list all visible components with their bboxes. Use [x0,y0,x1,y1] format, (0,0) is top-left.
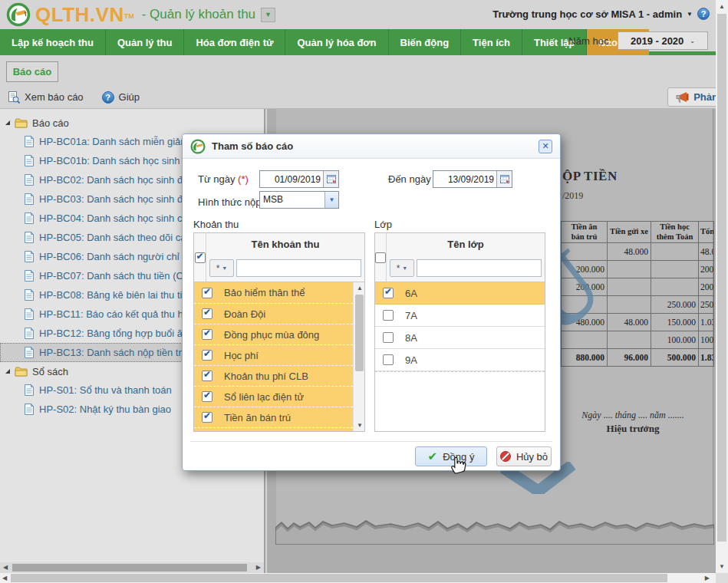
class-select-all-checkbox[interactable] [375,252,386,263]
tree-expand-icon[interactable] [5,369,10,374]
report-cell: 48.0 [699,243,714,261]
scrollbar-thumb[interactable] [717,14,726,542]
nav-tab-2[interactable]: Hóa đơn điện tử [184,29,285,55]
calendar-icon[interactable] [496,171,512,187]
fee-filter-input[interactable] [236,259,361,277]
class-list: 6A 7A 8A 9A [375,282,545,431]
class-filter-input[interactable] [417,259,542,277]
report-doc-icon [25,384,34,396]
row-label: 6A [401,288,417,299]
payment-method-combo[interactable]: MSB ▼ [259,191,339,209]
list-row[interactable]: Khoản thu phí CLB [194,365,353,386]
scroll-right-icon[interactable]: ▶ [705,575,710,581]
list-row[interactable]: 9A [375,349,545,371]
row-checkbox[interactable] [202,308,212,319]
report-doc-icon [25,155,34,166]
fee-column-header: Tên khoản thu [206,233,364,255]
list-row[interactable] [194,427,353,431]
report-col-header: Tổng [699,222,714,243]
report-toolbar: Xem báo cáo ? Giúp Phản [0,86,728,109]
list-row[interactable]: Sổ liên lạc điện tử [194,386,353,407]
nav-tab-1[interactable]: Quản lý thu [106,29,185,55]
row-checkbox[interactable] [202,412,212,423]
list-row[interactable]: Bảo hiểm thân thể [194,282,353,303]
nav-tab-5[interactable]: Tiện ích [461,29,522,55]
app-header: QLTH.VNTM - Quản lý khoản thu ▼ Trường t… [0,0,728,29]
dialog-logo-icon [190,139,206,154]
cancel-button[interactable]: Hủy bỏ [496,446,552,466]
nav-tab-0[interactable]: Lập kế hoạch thu [0,29,106,55]
tab-bao-cao[interactable]: Báo cáo [6,61,58,82]
row-checkbox[interactable] [202,391,212,402]
report-doc-icon [25,308,34,320]
horizontal-scrollbar[interactable]: ◀ ▶ [0,573,716,583]
to-date-input[interactable] [433,171,496,187]
row-checkbox[interactable] [383,310,394,321]
header-help-icon[interactable]: ? [697,8,710,20]
nav-tab-3[interactable]: Quản lý hóa đơn [285,29,388,55]
list-row[interactable]: 7A [375,305,545,327]
scroll-left-icon[interactable]: ◀ [3,564,8,571]
tree-item-label: HP-BC03: Danh sách học sinh đã n [39,193,196,205]
list-row[interactable]: Đoàn Đội [194,303,353,324]
scroll-up-icon[interactable]: ▲ [719,3,725,10]
row-checkbox[interactable] [383,354,394,365]
school-year-value: 2019 - 2020 [631,35,684,47]
row-checkbox[interactable] [383,288,394,298]
payment-method-value: MSB [260,192,324,208]
fee-section-label: Khoản thu [193,219,239,230]
tree-folder[interactable]: Báo cáo [0,114,264,132]
scroll-up-icon[interactable]: ▲ [357,285,363,292]
from-date-field[interactable] [259,170,339,188]
list-row[interactable]: 8A [375,327,545,349]
tree-horizontal-scrollbar[interactable]: ◀ ▶ [0,562,264,573]
help-button[interactable]: ? Giúp [102,91,140,104]
list-row[interactable]: Học phí [194,344,353,365]
tree-item-label: HP-BC05: Danh sách theo dõi các [39,232,191,243]
list-row[interactable]: 6A [375,282,545,305]
chevron-down-icon[interactable]: ▼ [324,192,338,208]
scrollbar-thumb[interactable] [11,574,667,582]
scroll-right-icon[interactable]: ▶ [256,564,261,571]
tree-item-label: HP-BC01b: Danh sách học sinh đư [39,155,195,166]
list-row[interactable]: Đồng phục mùa đông [194,324,353,344]
to-date-field[interactable] [433,170,512,188]
row-checkbox[interactable] [383,332,394,343]
row-checkbox[interactable] [202,350,212,361]
scroll-left-icon[interactable]: ◀ [2,575,7,581]
class-filter-button[interactable]: *▼ [390,259,414,277]
report-cell [651,278,699,296]
fee-filter-button[interactable]: *▼ [209,259,234,277]
account-menu[interactable]: Trường trung học cơ sở MISA 1 - admin ▼ … [492,8,710,20]
scrollbar-thumb[interactable] [12,564,247,571]
view-report-icon [8,91,20,104]
nav-tab-4[interactable]: Biến động [389,29,462,55]
list-row[interactable]: Tiền ăn bán trú [194,407,353,427]
tree-expand-icon[interactable] [5,120,10,125]
row-checkbox[interactable] [202,288,212,298]
torn-page-edge [275,514,714,545]
dialog-separator [190,441,552,442]
school-year-select[interactable]: 2019 - 2020 ⌄ [618,31,708,50]
module-dropdown-icon[interactable]: ▼ [261,8,275,22]
account-name: Trường trung học cơ sở MISA 1 - admin [492,8,682,20]
row-checkbox[interactable] [202,371,212,381]
tree-item-label: HP-BC13: Danh sách nộp tiền trực [39,347,193,358]
mouse-hand-cursor [448,454,468,474]
row-checkbox[interactable] [202,329,212,340]
school-year-cluster: Năm học: 2019 - 2020 ⌄ [568,31,708,50]
chevron-down-icon: ▼ [222,265,227,271]
scroll-down-icon[interactable]: ▼ [719,563,725,570]
scroll-down-icon[interactable]: ▼ [357,422,363,429]
vertical-scrollbar[interactable]: ▲ ▼ [716,0,728,573]
view-report-button[interactable]: Xem báo cáo [8,91,84,104]
dialog-titlebar[interactable]: Tham số báo cáo ✕ [183,134,560,159]
from-date-input[interactable] [260,171,323,187]
tree-item-label: HP-BC07: Danh sách thu tiền (Chi [39,270,191,282]
scrollbar-thumb[interactable] [355,295,364,371]
calendar-icon[interactable] [323,171,338,187]
report-cell: 1.038. [699,314,714,331]
fee-select-all-checkbox[interactable] [195,252,206,263]
fee-scrollbar[interactable]: ▲ ▼ [353,282,364,431]
close-icon[interactable]: ✕ [539,140,552,153]
